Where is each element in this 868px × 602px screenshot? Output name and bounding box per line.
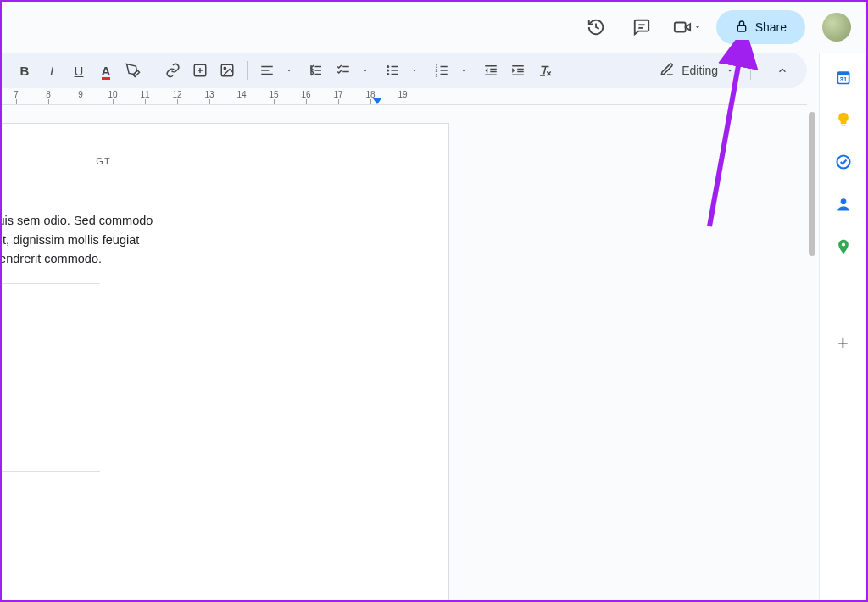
paragraph[interactable]: sectetur adipiscing elit. Curabitur quis… [2, 211, 398, 268]
line-spacing-button[interactable] [303, 59, 329, 82]
highlight-button[interactable] [120, 59, 146, 82]
collapse-toolbar-button[interactable] [768, 56, 797, 85]
svg-text:3: 3 [436, 73, 438, 78]
maps-icon[interactable] [834, 237, 853, 256]
svg-rect-2 [674, 23, 685, 32]
format-toolbar: B I U A 123 [2, 53, 807, 88]
clear-formatting-button[interactable] [532, 59, 558, 82]
add-comment-button[interactable] [187, 59, 213, 82]
vertical-scrollbar[interactable] [809, 112, 817, 265]
toolbar-separator [750, 61, 751, 80]
contacts-icon[interactable] [834, 195, 853, 214]
divider [2, 283, 100, 284]
keep-icon[interactable] [834, 110, 853, 129]
share-label: Share [755, 20, 787, 34]
checklist-dropdown[interactable] [353, 59, 378, 82]
app-header: Share [2, 2, 866, 53]
align-dropdown[interactable] [276, 59, 302, 82]
editing-label: Editing [682, 64, 718, 77]
svg-point-19 [387, 66, 389, 68]
increase-indent-button[interactable] [505, 59, 531, 82]
decrease-indent-button[interactable] [478, 59, 504, 82]
lock-icon [735, 20, 748, 36]
meet-button[interactable] [670, 10, 704, 44]
svg-rect-4 [737, 25, 745, 31]
add-addon-button[interactable]: + [837, 332, 849, 354]
calendar-icon[interactable]: 31 [834, 68, 853, 86]
bulleted-list-dropdown[interactable] [402, 59, 427, 82]
editing-mode-button[interactable]: Editing [651, 59, 743, 83]
toolbar-separator [153, 61, 153, 80]
svg-point-20 [387, 70, 389, 71]
svg-rect-47 [841, 125, 845, 126]
document-page[interactable]: GT sectetur adipiscing elit. Curabitur q… [2, 123, 449, 600]
svg-text:31: 31 [839, 75, 846, 83]
text-color-button[interactable]: A [93, 59, 119, 82]
svg-point-49 [840, 198, 846, 204]
svg-point-9 [224, 67, 225, 69]
divider [2, 471, 100, 472]
toolbar-separator [247, 61, 248, 80]
text-cursor [103, 253, 103, 266]
account-avatar[interactable] [822, 13, 851, 42]
comments-icon[interactable] [625, 10, 659, 44]
side-panel: 31 + [819, 53, 866, 600]
scrollbar-thumb[interactable] [809, 112, 815, 256]
text-line: odio consectetur in. Mauris dolor elit, … [2, 233, 139, 247]
chevron-down-icon [725, 65, 735, 75]
bold-button[interactable]: B [12, 59, 37, 82]
svg-marker-40 [512, 68, 515, 73]
text-line: sectetur adipiscing elit. Curabitur quis… [2, 214, 153, 227]
link-button[interactable] [160, 59, 186, 82]
document-canvas[interactable]: GT sectetur adipiscing elit. Curabitur q… [2, 108, 807, 600]
insert-image-button[interactable] [214, 59, 240, 82]
svg-marker-35 [485, 68, 487, 73]
indent-marker[interactable] [373, 98, 381, 104]
share-button[interactable]: Share [716, 10, 805, 44]
italic-button[interactable]: I [39, 59, 64, 82]
underline-button[interactable]: U [66, 59, 92, 82]
history-icon[interactable] [579, 10, 613, 44]
pencil-icon [659, 62, 675, 80]
text-line: ntesque venenatis odio nec nunc hendreri… [2, 252, 102, 265]
horizontal-ruler[interactable]: 678910111213141516171819 [2, 88, 807, 105]
numbered-list-dropdown[interactable] [451, 59, 476, 82]
tasks-icon[interactable] [834, 153, 853, 171]
svg-point-50 [841, 242, 844, 246]
svg-point-21 [387, 74, 389, 75]
page-header[interactable]: GT [2, 154, 398, 169]
